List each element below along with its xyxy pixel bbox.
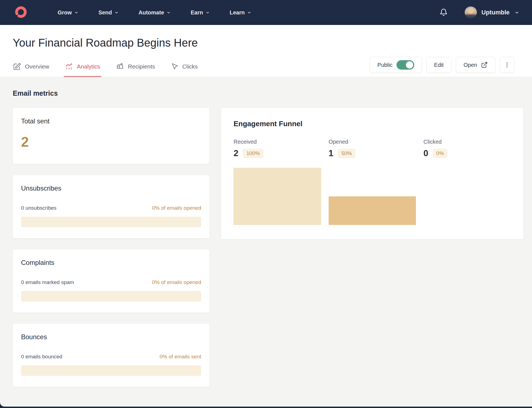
funnel-stage-headers: Received 2 100% Opened 1 50% [234,139,511,158]
external-link-icon [481,62,488,68]
public-toggle-group[interactable]: Public [370,57,422,73]
page-title: Your Financial Roadmap Begins Here [0,25,532,49]
chevron-down-icon [515,10,519,15]
card-title: Unsubscribes [21,184,201,192]
stage-percent-badge: 50% [338,149,355,158]
tab-analytics[interactable]: Analytics [65,62,100,77]
stat-count: 0 emails bounced [21,354,62,360]
tab-label: Analytics [77,63,100,70]
line-chart-icon [65,62,73,71]
chevron-down-icon [247,11,251,15]
stage-value: 2 [234,148,238,158]
chevron-down-icon [206,11,210,15]
stage-label: Opened [329,139,416,145]
bounces-card: Bounces 0 emails bounced 0% of emails se… [13,324,209,387]
unsubscribes-card: Unsubscribes 0 unsubscribes 0% of emails… [13,175,209,238]
public-toggle[interactable] [397,60,414,70]
notifications-button[interactable] [439,8,448,17]
nav-item-automate[interactable]: Automate [139,9,171,16]
metrics-left-column: Total sent 2 Unsubscribes 0 unsubscribes… [13,108,209,387]
metrics-layout: Total sent 2 Unsubscribes 0 unsubscribes… [0,97,532,387]
stat-row: 0 emails marked spam 0% of emails opened [21,279,201,285]
tab-label: Overview [25,63,49,70]
bell-icon [439,8,448,17]
tab-recipients[interactable]: Recipients [116,62,155,77]
nav-item-label: Automate [139,9,164,16]
main-content: Email metrics Total sent 2 Unsubscribes … [0,77,532,387]
public-label: Public [377,62,392,68]
nav-item-grow[interactable]: Grow [58,9,78,16]
stat-percent: 0% of emails opened [152,279,201,285]
pencil-square-icon [13,62,21,71]
toggle-knob [405,61,414,69]
kebab-menu-icon [504,61,510,69]
total-sent-card: Total sent 2 [13,108,209,164]
card-title: Total sent [21,117,201,125]
open-label: Open [464,62,477,68]
tabs: Overview Analytics [13,62,198,77]
tab-clicks[interactable]: Clicks [171,62,198,77]
chevron-down-icon [114,11,119,15]
progress-bar [21,291,201,301]
funnel-bars [234,168,511,225]
user-avatar[interactable] [464,6,477,19]
engagement-funnel-card: Engagement Funnel Received 2 100% Opened… [221,108,523,239]
tab-label: Clicks [182,63,198,70]
funnel-bar-received [234,168,321,225]
stat-percent: 0% of emails opened [152,205,201,211]
stat-row: 0 unsubscribes 0% of emails opened [21,205,201,211]
funnel-title: Engagement Funnel [234,120,511,128]
tab-label: Recipients [128,63,155,70]
account-menu[interactable]: Uptumble [482,9,519,16]
chevron-down-icon [167,11,171,15]
complaints-card: Complaints 0 emails marked spam 0% of em… [13,249,209,313]
stage-percent-badge: 100% [243,149,264,158]
page-header: Your Financial Roadmap Begins Here Overv… [0,25,532,77]
nav-item-label: Earn [191,9,203,16]
progress-bar [21,217,201,227]
open-button[interactable]: Open [456,57,495,73]
funnel-stage-opened: Opened 1 50% [329,139,416,158]
brand-logo[interactable] [13,4,29,21]
progress-bar [21,365,201,376]
nav-item-label: Grow [58,9,72,16]
top-navigation: Grow Send Automate Earn Learn [0,0,532,25]
header-actions: Public Edit Open [370,57,514,73]
card-title: Complaints [21,259,201,267]
stat-count: 0 unsubscribes [21,205,57,211]
stage-value-row: 1 50% [329,148,416,158]
app-page: Grow Send Automate Earn Learn [0,0,532,407]
stat-row: 0 emails bounced 0% of emails sent [21,354,201,360]
nav-item-label: Learn [230,9,245,16]
brand-swirl-icon [13,4,29,21]
section-title: Email metrics [0,77,532,97]
mailbox-icon [116,62,124,71]
total-sent-value: 2 [21,134,201,150]
stage-value: 1 [329,148,333,158]
nav-item-earn[interactable]: Earn [191,9,209,16]
more-options-button[interactable] [500,57,514,73]
tab-bar: Overview Analytics [0,57,532,77]
nav-item-send[interactable]: Send [98,9,119,16]
nav-item-learn[interactable]: Learn [230,9,251,16]
main-menu: Grow Send Automate Earn Learn [58,9,251,16]
nav-item-label: Send [98,9,112,16]
card-title: Bounces [21,333,201,341]
navbar-right: Uptumble [439,6,519,19]
account-name: Uptumble [482,9,510,16]
stage-value-row: 0 0% [423,148,511,158]
stage-value-row: 2 100% [234,148,321,158]
stage-percent-badge: 0% [433,149,447,158]
stage-label: Received [234,139,321,145]
funnel-stage-clicked: Clicked 0 0% [423,139,511,158]
stage-value: 0 [423,148,428,158]
edit-button[interactable]: Edit [426,57,451,73]
chevron-down-icon [74,11,78,15]
funnel-stage-received: Received 2 100% [234,139,321,158]
stage-label: Clicked [423,139,511,145]
funnel-bar-opened [329,196,416,225]
tab-overview[interactable]: Overview [13,62,49,77]
cursor-click-icon [171,63,178,70]
stat-count: 0 emails marked spam [21,279,74,285]
stat-percent: 0% of emails sent [160,354,201,360]
